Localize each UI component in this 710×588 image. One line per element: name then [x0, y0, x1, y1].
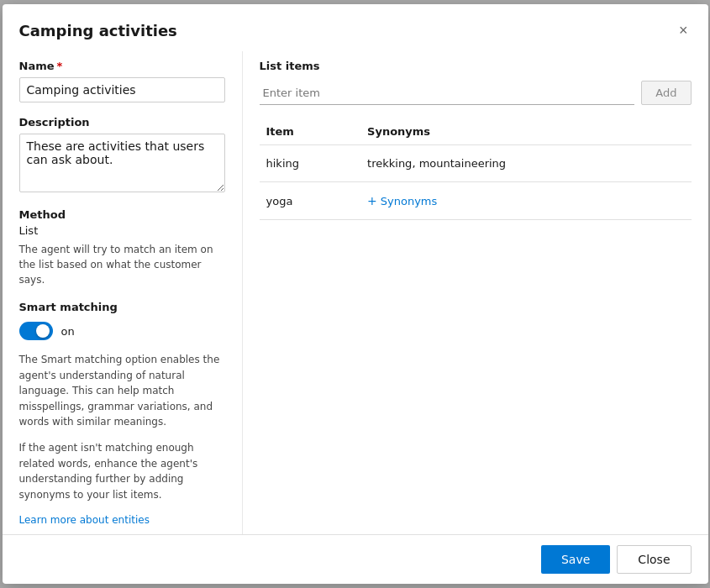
item-cell: hiking	[260, 145, 361, 182]
left-panel: Name * Description These are activities …	[3, 51, 242, 534]
modal-body: Name * Description These are activities …	[3, 51, 708, 534]
modal-header: Camping activities ×	[3, 4, 708, 51]
toggle-slider	[19, 322, 53, 340]
toggle-row: on	[19, 322, 225, 340]
smart-desc-1: The Smart matching option enables the ag…	[19, 352, 225, 430]
modal-title: Camping activities	[19, 22, 177, 39]
toggle-on-label: on	[61, 325, 75, 338]
method-value: List	[19, 224, 225, 237]
right-panel: List items Add Item Synonyms	[242, 51, 708, 534]
synonyms-column-header: Synonyms	[360, 118, 691, 145]
description-textarea[interactable]: These are activities that users can ask …	[19, 134, 225, 192]
description-label: Description	[19, 116, 225, 129]
close-button[interactable]: Close	[617, 545, 691, 574]
name-label: Name *	[19, 60, 225, 72]
add-item-button[interactable]: Add	[641, 81, 691, 105]
enter-item-input[interactable]	[260, 81, 635, 105]
list-items-header: List items	[260, 60, 692, 72]
method-label: Method	[19, 208, 225, 221]
items-table: Item Synonyms hiking trekking, mountaine…	[260, 118, 692, 220]
add-synonyms-button[interactable]: + Synonyms	[367, 194, 437, 207]
smart-matching-toggle[interactable]	[19, 322, 53, 340]
add-synonyms-label: Synonyms	[381, 195, 438, 207]
method-description: The agent will try to match an item on t…	[19, 242, 225, 287]
synonyms-add-cell: + Synonyms	[360, 182, 691, 220]
smart-matching-section: Smart matching on The Smart matching opt…	[19, 301, 225, 526]
close-icon: ×	[679, 23, 688, 38]
learn-more-link[interactable]: Learn more about entities	[19, 514, 150, 526]
smart-matching-label: Smart matching	[19, 301, 225, 313]
name-input[interactable]	[19, 77, 225, 102]
modal-overlay: Camping activities × Name * Descr	[0, 0, 710, 588]
item-cell: yoga	[260, 182, 361, 220]
save-button[interactable]: Save	[541, 545, 610, 574]
table-row: yoga + Synonyms	[260, 182, 692, 220]
description-field-group: Description These are activities that us…	[19, 116, 225, 195]
name-field-group: Name *	[19, 60, 225, 102]
item-column-header: Item	[260, 118, 361, 145]
method-field-group: Method List The agent will try to match …	[19, 208, 225, 287]
plus-icon: +	[367, 194, 377, 207]
required-indicator: *	[57, 60, 63, 72]
modal-dialog: Camping activities × Name * Descr	[3, 4, 708, 584]
synonyms-cell: trekking, mountaineering	[360, 145, 691, 182]
smart-desc-2: If the agent isn't matching enough relat…	[19, 440, 225, 502]
table-header-row: Item Synonyms	[260, 118, 692, 145]
add-item-row: Add	[260, 81, 692, 105]
modal-footer: Save Close	[3, 534, 708, 584]
close-icon-button[interactable]: ×	[676, 19, 692, 41]
table-row: hiking trekking, mountaineering	[260, 145, 692, 182]
